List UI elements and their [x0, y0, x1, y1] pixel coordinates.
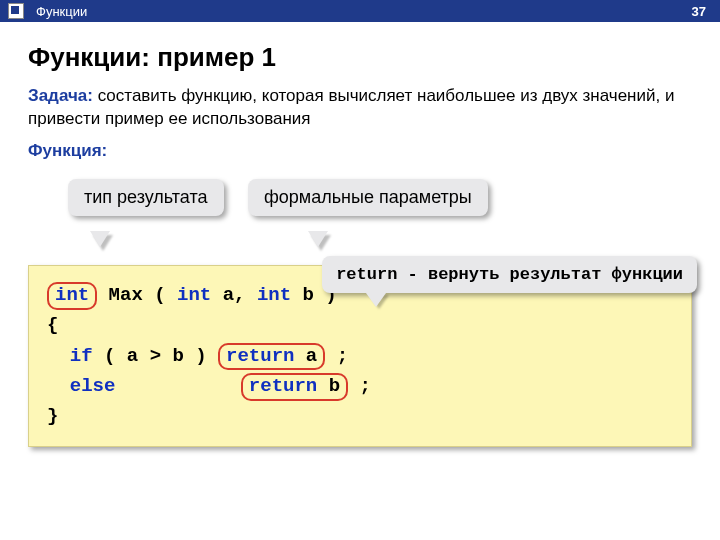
- code-if-kw: if: [70, 345, 93, 367]
- task-label: Задача:: [28, 86, 93, 105]
- code-return-type: int: [55, 284, 89, 306]
- code-p2-type: int: [257, 284, 291, 306]
- code-line-4: else return b ;: [47, 371, 673, 401]
- code-else-pad: [115, 375, 240, 397]
- callout-row: тип результата формальные параметры: [28, 179, 692, 259]
- code-line-5: }: [47, 401, 673, 431]
- task-text: составить функцию, которая вычисляет наи…: [28, 86, 674, 128]
- code-ret2-val: b: [317, 375, 340, 397]
- page-title: Функции: пример 1: [28, 42, 692, 73]
- code-p2-name: b: [291, 284, 314, 306]
- callout-return-kw: return: [336, 265, 397, 284]
- logo-icon: [8, 3, 24, 19]
- code-p1-type: int: [177, 284, 211, 306]
- slide-content: Функции: пример 1 Задача: составить функ…: [0, 22, 720, 447]
- code-if-cond: ( a > b ): [93, 345, 218, 367]
- code-line-3: if ( a > b ) return a ;: [47, 341, 673, 371]
- code-ret1-val: a: [294, 345, 317, 367]
- callout-return: return - вернуть результат функции: [322, 256, 697, 293]
- callout-return-tail: [366, 293, 386, 307]
- code-block: return - вернуть результат функции int M…: [28, 265, 692, 447]
- code-ret2-kw: return: [249, 375, 317, 397]
- task-paragraph: Задача: составить функцию, которая вычис…: [28, 85, 692, 131]
- code-else-kw: else: [70, 375, 116, 397]
- callout-tail-2: [308, 231, 328, 247]
- function-label: Функция:: [28, 141, 692, 161]
- code-name: Max (: [97, 284, 177, 306]
- code-semi2: ;: [348, 375, 371, 397]
- callout-return-text: - вернуть результат функции: [397, 265, 683, 284]
- code-comma: ,: [234, 284, 257, 306]
- callout-result-type-text: тип результата: [84, 187, 208, 207]
- callout-formal-params: формальные параметры: [248, 179, 488, 217]
- callout-tail: [90, 231, 110, 247]
- topbar: Функции 37: [0, 0, 720, 22]
- code-semi1: ;: [325, 345, 348, 367]
- callout-result-type: тип результата: [68, 179, 224, 217]
- code-ret1-kw: return: [226, 345, 294, 367]
- callout-formal-params-text: формальные параметры: [264, 187, 472, 207]
- code-p1-name: a: [211, 284, 234, 306]
- section-label: Функции: [36, 4, 87, 19]
- page-number: 37: [692, 4, 706, 19]
- code-line-2: {: [47, 310, 673, 340]
